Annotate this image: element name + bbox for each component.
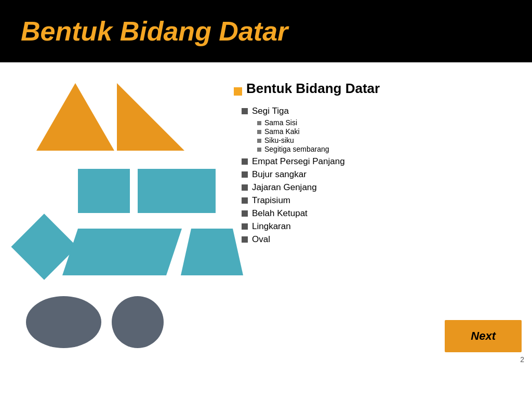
l1-bullet-segitiga [242, 108, 248, 114]
svg-marker-1 [62, 229, 182, 275]
shapes-area [0, 73, 229, 368]
next-button[interactable]: Next [445, 320, 522, 352]
text-area: Bentuk Bidang Datar Segi Tiga Sama Sisi … [229, 73, 532, 368]
circle-icon [112, 296, 164, 348]
item-sembarang: Segitiga sembarang [264, 145, 329, 153]
item-samasisi: Sama Sisi [264, 118, 297, 127]
item-bujur: Bujur sangkar [252, 169, 307, 180]
page-title: Bentuk Bidang Datar [21, 16, 288, 47]
l2-bullet-sikuiku [257, 139, 261, 143]
l2-bullet-samakaki [257, 130, 261, 134]
l1-bullet-empat [242, 158, 248, 165]
item-lingkaran: Lingkaran [252, 221, 291, 232]
rectangle-icon [138, 169, 216, 213]
item-segitiga: Segi Tiga [252, 106, 289, 116]
item-trapisium: Trapisium [252, 195, 290, 206]
triangle-equilateral-icon [36, 83, 114, 151]
l2-bullet-sembarang [257, 148, 261, 152]
l2-bullet-samasisi [257, 121, 261, 125]
svg-marker-0 [117, 83, 184, 151]
l1-bullet-lingkaran [242, 223, 248, 230]
main-list-title: Bentuk Bidang Datar [246, 81, 380, 97]
l1-bullet-oval [242, 236, 248, 243]
item-samakaki: Sama Kaki [264, 127, 300, 136]
parallelogram-icon [62, 229, 182, 275]
l1-bullet-jajaran [242, 184, 248, 191]
oval-icon [26, 296, 101, 348]
page-number: 2 [520, 355, 524, 364]
shapes-container [10, 78, 218, 358]
square-icon [78, 169, 130, 213]
l1-bullet-belah [242, 210, 248, 217]
item-oval: Oval [252, 234, 270, 245]
header: Bentuk Bidang Datar [0, 0, 532, 62]
item-sikuiku: Siku-siku [264, 136, 294, 144]
item-jajaran: Jajaran Genjang [252, 182, 317, 193]
item-belah: Belah Ketupat [252, 208, 308, 219]
main-bullet-icon [234, 87, 242, 96]
item-empat: Empat Persegi Panjang [252, 156, 345, 167]
l1-bullet-bujur [242, 171, 248, 178]
triangle-right-icon [117, 83, 190, 151]
l1-bullet-trapisium [242, 197, 248, 204]
main-content: Bentuk Bidang Datar Segi Tiga Sama Sisi … [0, 62, 532, 378]
